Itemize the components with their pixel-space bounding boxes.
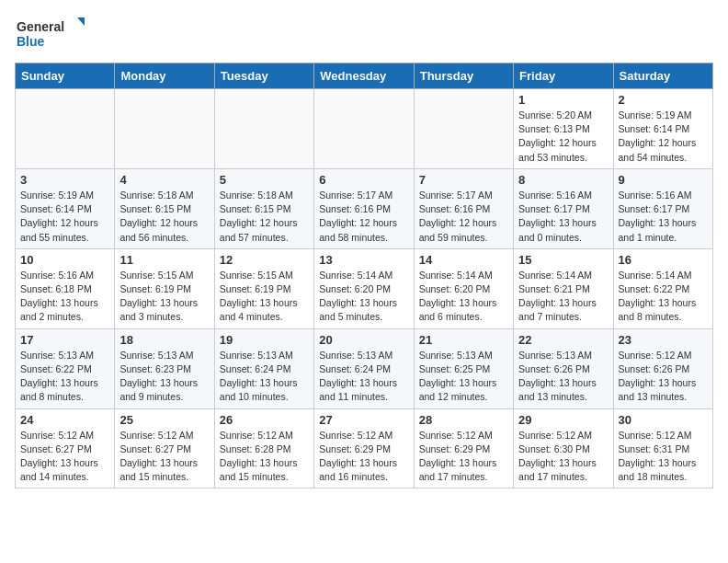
day-detail: Sunrise: 5:13 AMSunset: 6:23 PMDaylight:… bbox=[119, 349, 209, 405]
day-detail: Sunrise: 5:16 AMSunset: 6:18 PMDaylight:… bbox=[20, 269, 109, 325]
calendar-day-14: 14Sunrise: 5:14 AMSunset: 6:20 PMDayligh… bbox=[414, 248, 513, 328]
logo-svg: General Blue bbox=[15, 15, 88, 52]
svg-text:General: General bbox=[17, 19, 64, 34]
calendar-empty-cell bbox=[16, 89, 115, 169]
weekday-header-saturday: Saturday bbox=[613, 63, 712, 89]
calendar-empty-cell bbox=[214, 89, 313, 169]
calendar-day-10: 10Sunrise: 5:16 AMSunset: 6:18 PMDayligh… bbox=[16, 248, 115, 328]
day-detail: Sunrise: 5:13 AMSunset: 6:25 PMDaylight:… bbox=[419, 349, 508, 405]
day-detail: Sunrise: 5:12 AMSunset: 6:27 PMDaylight:… bbox=[119, 429, 209, 485]
day-number: 2 bbox=[619, 93, 708, 107]
calendar-week-row: 1Sunrise: 5:20 AMSunset: 6:13 PMDaylight… bbox=[16, 89, 713, 169]
calendar-empty-cell bbox=[115, 89, 214, 169]
day-number: 13 bbox=[319, 253, 408, 267]
day-detail: Sunrise: 5:15 AMSunset: 6:19 PMDaylight:… bbox=[119, 269, 209, 325]
header: General Blue bbox=[15, 15, 713, 52]
calendar-day-24: 24Sunrise: 5:12 AMSunset: 6:27 PMDayligh… bbox=[16, 408, 115, 488]
day-number: 12 bbox=[220, 253, 309, 267]
weekday-header-wednesday: Wednesday bbox=[314, 63, 414, 89]
weekday-header-monday: Monday bbox=[115, 63, 214, 89]
calendar-day-20: 20Sunrise: 5:13 AMSunset: 6:24 PMDayligh… bbox=[314, 328, 414, 408]
day-detail: Sunrise: 5:14 AMSunset: 6:20 PMDaylight:… bbox=[319, 269, 408, 325]
day-detail: Sunrise: 5:13 AMSunset: 6:26 PMDaylight:… bbox=[518, 349, 608, 405]
day-number: 29 bbox=[518, 413, 608, 427]
calendar-day-13: 13Sunrise: 5:14 AMSunset: 6:20 PMDayligh… bbox=[314, 248, 414, 328]
svg-marker-2 bbox=[77, 17, 85, 26]
day-detail: Sunrise: 5:17 AMSunset: 6:16 PMDaylight:… bbox=[419, 189, 508, 245]
day-number: 20 bbox=[319, 333, 408, 347]
calendar-day-29: 29Sunrise: 5:12 AMSunset: 6:30 PMDayligh… bbox=[514, 408, 613, 488]
day-detail: Sunrise: 5:14 AMSunset: 6:21 PMDaylight:… bbox=[518, 269, 608, 325]
calendar-day-27: 27Sunrise: 5:12 AMSunset: 6:29 PMDayligh… bbox=[314, 408, 414, 488]
calendar-day-7: 7Sunrise: 5:17 AMSunset: 6:16 PMDaylight… bbox=[414, 168, 513, 248]
day-number: 18 bbox=[119, 333, 209, 347]
day-number: 10 bbox=[20, 253, 109, 267]
day-detail: Sunrise: 5:18 AMSunset: 6:15 PMDaylight:… bbox=[220, 189, 309, 245]
calendar-day-25: 25Sunrise: 5:12 AMSunset: 6:27 PMDayligh… bbox=[115, 408, 214, 488]
svg-text:Blue: Blue bbox=[17, 34, 45, 49]
calendar-day-26: 26Sunrise: 5:12 AMSunset: 6:28 PMDayligh… bbox=[214, 408, 313, 488]
calendar-table: SundayMondayTuesdayWednesdayThursdayFrid… bbox=[15, 63, 713, 488]
day-number: 3 bbox=[20, 173, 109, 187]
calendar-empty-cell bbox=[414, 89, 513, 169]
calendar-day-8: 8Sunrise: 5:16 AMSunset: 6:17 PMDaylight… bbox=[514, 168, 613, 248]
day-number: 30 bbox=[619, 413, 708, 427]
day-number: 19 bbox=[220, 333, 309, 347]
calendar-day-23: 23Sunrise: 5:12 AMSunset: 6:26 PMDayligh… bbox=[613, 328, 712, 408]
day-number: 24 bbox=[20, 413, 109, 427]
day-detail: Sunrise: 5:12 AMSunset: 6:27 PMDaylight:… bbox=[20, 429, 109, 485]
weekday-header-tuesday: Tuesday bbox=[214, 63, 313, 89]
calendar-day-5: 5Sunrise: 5:18 AMSunset: 6:15 PMDaylight… bbox=[214, 168, 313, 248]
day-number: 14 bbox=[419, 253, 508, 267]
calendar-day-15: 15Sunrise: 5:14 AMSunset: 6:21 PMDayligh… bbox=[514, 248, 613, 328]
day-detail: Sunrise: 5:14 AMSunset: 6:20 PMDaylight:… bbox=[419, 269, 508, 325]
calendar-week-row: 17Sunrise: 5:13 AMSunset: 6:22 PMDayligh… bbox=[16, 328, 713, 408]
day-number: 9 bbox=[619, 173, 708, 187]
weekday-header-thursday: Thursday bbox=[414, 63, 513, 89]
day-number: 25 bbox=[119, 413, 209, 427]
day-number: 5 bbox=[220, 173, 309, 187]
day-detail: Sunrise: 5:16 AMSunset: 6:17 PMDaylight:… bbox=[518, 189, 608, 245]
day-detail: Sunrise: 5:17 AMSunset: 6:16 PMDaylight:… bbox=[319, 189, 408, 245]
day-detail: Sunrise: 5:19 AMSunset: 6:14 PMDaylight:… bbox=[20, 189, 109, 245]
day-detail: Sunrise: 5:13 AMSunset: 6:24 PMDaylight:… bbox=[319, 349, 408, 405]
calendar-day-6: 6Sunrise: 5:17 AMSunset: 6:16 PMDaylight… bbox=[314, 168, 414, 248]
calendar-empty-cell bbox=[314, 89, 414, 169]
day-detail: Sunrise: 5:12 AMSunset: 6:28 PMDaylight:… bbox=[220, 429, 309, 485]
calendar-week-row: 3Sunrise: 5:19 AMSunset: 6:14 PMDaylight… bbox=[16, 168, 713, 248]
calendar-day-9: 9Sunrise: 5:16 AMSunset: 6:17 PMDaylight… bbox=[613, 168, 712, 248]
day-number: 21 bbox=[419, 333, 508, 347]
day-number: 7 bbox=[419, 173, 508, 187]
day-detail: Sunrise: 5:19 AMSunset: 6:14 PMDaylight:… bbox=[619, 109, 708, 165]
day-number: 26 bbox=[220, 413, 309, 427]
calendar-day-17: 17Sunrise: 5:13 AMSunset: 6:22 PMDayligh… bbox=[16, 328, 115, 408]
day-detail: Sunrise: 5:15 AMSunset: 6:19 PMDaylight:… bbox=[220, 269, 309, 325]
calendar-day-19: 19Sunrise: 5:13 AMSunset: 6:24 PMDayligh… bbox=[214, 328, 313, 408]
day-detail: Sunrise: 5:16 AMSunset: 6:17 PMDaylight:… bbox=[619, 189, 708, 245]
calendar-day-3: 3Sunrise: 5:19 AMSunset: 6:14 PMDaylight… bbox=[16, 168, 115, 248]
day-detail: Sunrise: 5:12 AMSunset: 6:29 PMDaylight:… bbox=[319, 429, 408, 485]
day-detail: Sunrise: 5:14 AMSunset: 6:22 PMDaylight:… bbox=[619, 269, 708, 325]
weekday-header-row: SundayMondayTuesdayWednesdayThursdayFrid… bbox=[16, 63, 713, 89]
day-number: 16 bbox=[619, 253, 708, 267]
day-number: 1 bbox=[518, 93, 608, 107]
calendar-day-18: 18Sunrise: 5:13 AMSunset: 6:23 PMDayligh… bbox=[115, 328, 214, 408]
day-detail: Sunrise: 5:20 AMSunset: 6:13 PMDaylight:… bbox=[518, 109, 608, 165]
day-number: 23 bbox=[619, 333, 708, 347]
calendar-day-21: 21Sunrise: 5:13 AMSunset: 6:25 PMDayligh… bbox=[414, 328, 513, 408]
day-detail: Sunrise: 5:18 AMSunset: 6:15 PMDaylight:… bbox=[119, 189, 209, 245]
day-number: 11 bbox=[119, 253, 209, 267]
day-number: 27 bbox=[319, 413, 408, 427]
day-number: 8 bbox=[518, 173, 608, 187]
day-detail: Sunrise: 5:13 AMSunset: 6:24 PMDaylight:… bbox=[220, 349, 309, 405]
calendar-day-11: 11Sunrise: 5:15 AMSunset: 6:19 PMDayligh… bbox=[115, 248, 214, 328]
day-number: 4 bbox=[119, 173, 209, 187]
day-detail: Sunrise: 5:12 AMSunset: 6:29 PMDaylight:… bbox=[419, 429, 508, 485]
calendar-day-1: 1Sunrise: 5:20 AMSunset: 6:13 PMDaylight… bbox=[514, 89, 613, 169]
weekday-header-sunday: Sunday bbox=[16, 63, 115, 89]
calendar-day-22: 22Sunrise: 5:13 AMSunset: 6:26 PMDayligh… bbox=[514, 328, 613, 408]
day-number: 17 bbox=[20, 333, 109, 347]
calendar-day-28: 28Sunrise: 5:12 AMSunset: 6:29 PMDayligh… bbox=[414, 408, 513, 488]
day-detail: Sunrise: 5:12 AMSunset: 6:31 PMDaylight:… bbox=[619, 429, 708, 485]
day-number: 6 bbox=[319, 173, 408, 187]
